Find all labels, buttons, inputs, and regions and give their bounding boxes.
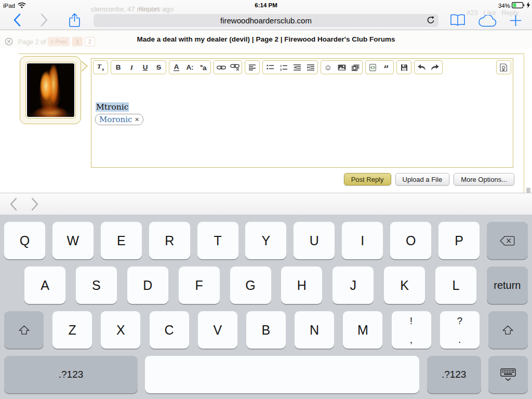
key-space[interactable] (145, 356, 419, 393)
editor-content[interactable]: Mtronic Moronic × (92, 76, 512, 167)
underline-button[interactable]: U (139, 61, 152, 73)
code-button[interactable] (366, 61, 379, 73)
reply-actions: Post Reply Upload a File More Options... (344, 173, 514, 185)
post-reply-button[interactable]: Post Reply (344, 173, 391, 185)
previous-field-button[interactable] (8, 197, 19, 213)
shift-icon (18, 325, 30, 335)
toolbar-group: ” (365, 60, 394, 74)
undo-button[interactable] (415, 61, 428, 73)
key-dismiss[interactable] (488, 356, 528, 393)
insert-link-button[interactable] (215, 61, 228, 73)
key-exclaim[interactable]: !, (392, 311, 431, 349)
toolbar-group: AA:aa (169, 60, 211, 74)
code-icon (369, 64, 376, 71)
key-d[interactable]: D (127, 267, 168, 304)
key-g[interactable]: G (230, 267, 271, 304)
text-color-button[interactable]: A (170, 61, 183, 73)
key-return[interactable]: return (487, 267, 528, 304)
key-shift-left[interactable] (4, 311, 44, 349)
reply-editor: TxBIUSAA:aa12☺” Mtronic Moronic × (91, 58, 513, 168)
chevron-right-icon (30, 205, 40, 213)
new-tab-button[interactable] (510, 15, 522, 28)
chip-close-icon[interactable]: × (135, 115, 139, 124)
quote-icon: ” (383, 63, 389, 72)
unlink-button[interactable] (228, 61, 241, 73)
toolbar-group (396, 60, 411, 74)
key-shift-right[interactable] (488, 311, 528, 349)
next-field-button[interactable] (30, 197, 40, 213)
key-x[interactable]: X (101, 311, 140, 349)
key-u[interactable]: U (294, 222, 335, 259)
redo-icon (431, 64, 440, 71)
icloud-tabs-button[interactable] (478, 15, 497, 29)
smilies-button[interactable]: ☺ (322, 61, 335, 73)
key-a[interactable]: A (24, 267, 65, 304)
reload-icon (427, 18, 435, 26)
back-button[interactable] (12, 13, 21, 29)
key-o[interactable]: O (390, 222, 431, 259)
bbcode-editor-button[interactable] (497, 61, 510, 73)
key-s[interactable]: S (76, 267, 117, 304)
strikethrough-button[interactable]: S (152, 61, 165, 73)
share-button[interactable] (69, 13, 80, 29)
key-p[interactable]: P (438, 222, 480, 259)
key-t[interactable]: T (197, 222, 238, 259)
key-n[interactable]: N (295, 311, 334, 349)
charging-bolt-icon (526, 2, 530, 9)
italic-button[interactable]: I (125, 61, 138, 73)
key-q[interactable]: Q (4, 222, 45, 259)
keyboard-row-2: ASDFGHJKLreturn (24, 267, 528, 304)
bookmarks-button[interactable] (450, 14, 466, 28)
forward-icon (40, 21, 49, 29)
quote-button[interactable]: ” (380, 61, 393, 73)
key-symbols-left[interactable]: .?123 (4, 356, 138, 393)
bold-button[interactable]: B (112, 61, 125, 73)
key-f[interactable]: F (179, 267, 220, 304)
key-question[interactable]: ?. (440, 311, 480, 349)
icloud-tabs-icon (478, 21, 497, 29)
key-m[interactable]: M (343, 311, 382, 349)
key-r[interactable]: R (149, 222, 190, 259)
pagination-prev: < Prev (48, 37, 70, 46)
address-bar[interactable]: firewoodhoardersclub.com (94, 14, 438, 27)
outdent-button[interactable] (290, 61, 303, 73)
form-accessory-bar (0, 193, 532, 215)
key-symbols-right[interactable]: .?123 (427, 356, 481, 393)
indent-button[interactable] (304, 61, 317, 73)
more-options-button[interactable]: More Options... (454, 173, 514, 185)
save-draft-button[interactable] (397, 61, 410, 73)
key-c[interactable]: C (150, 311, 189, 349)
key-k[interactable]: K (384, 267, 425, 304)
key-j[interactable]: J (332, 267, 374, 304)
key-y[interactable]: Y (245, 222, 286, 259)
bullet-list-button[interactable] (263, 61, 276, 73)
align-button[interactable] (246, 61, 259, 73)
reload-button[interactable] (427, 16, 435, 26)
font-family-button[interactable]: aa (197, 61, 210, 73)
mention-chip-label: Moronic (99, 115, 132, 124)
pagination-label: Page 2 of 2 (18, 38, 51, 46)
key-l[interactable]: L (435, 267, 476, 304)
insert-media-button[interactable] (349, 61, 362, 73)
redo-button[interactable] (429, 61, 442, 73)
key-i[interactable]: I (342, 222, 383, 259)
remove-format-button[interactable]: Tx (94, 61, 107, 73)
insert-image-button[interactable] (335, 61, 348, 73)
key-v[interactable]: V (198, 311, 237, 349)
pagination-page-2: 2 (85, 37, 95, 46)
key-w[interactable]: W (52, 222, 94, 259)
forward-button[interactable] (40, 13, 49, 29)
text-color-icon: A (174, 63, 180, 72)
user-avatar-box (20, 56, 81, 124)
keyboard-row-4: .?123.?123 (4, 356, 528, 393)
key-e[interactable]: E (101, 222, 142, 259)
key-h[interactable]: H (281, 267, 322, 304)
avatar-frame (25, 62, 76, 118)
key-z[interactable]: Z (52, 311, 92, 349)
key-backspace[interactable] (487, 222, 528, 259)
font-size-button[interactable]: A: (183, 61, 196, 73)
key-b[interactable]: B (246, 311, 286, 349)
upload-file-button[interactable]: Upload a File (395, 173, 450, 185)
numbered-list-button[interactable]: 12 (277, 61, 290, 73)
unlink-icon (230, 64, 240, 71)
